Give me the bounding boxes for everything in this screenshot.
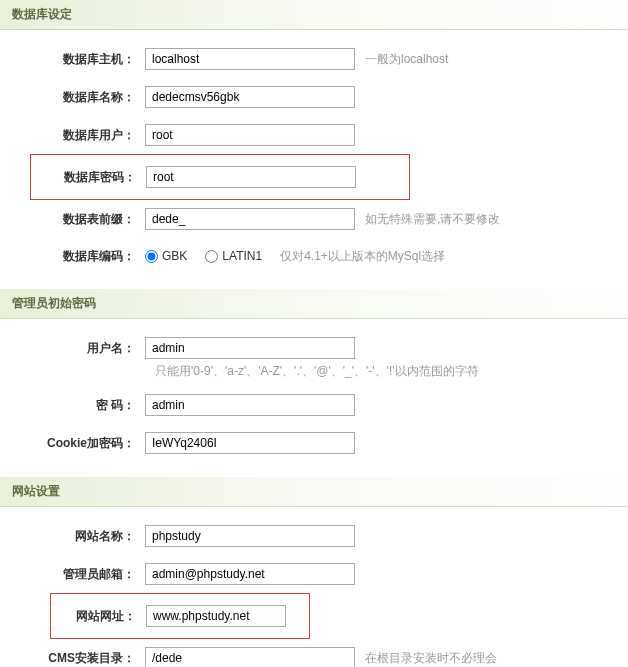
section-body-database: 数据库主机： 一般为localhost 数据库名称： 数据库用户： 数据库密码：… [0, 30, 628, 289]
row-db-user: 数据库用户： [0, 116, 628, 154]
section-title: 数据库设定 [12, 7, 72, 21]
label-admin-username: 用户名： [0, 340, 145, 357]
highlight-site-url-wrapper: 网站网址： [0, 593, 628, 639]
radio-group-encoding: GBK LATIN1 仅对4.1+以上版本的MySql选择 [145, 248, 445, 265]
radio-latin1[interactable] [205, 250, 218, 263]
radio-text-latin1: LATIN1 [222, 249, 262, 263]
input-db-user[interactable] [145, 124, 355, 146]
input-site-name[interactable] [145, 525, 355, 547]
label-admin-cookie: Cookie加密码： [0, 435, 145, 452]
label-db-host: 数据库主机： [0, 51, 145, 68]
label-site-url: 网站网址： [51, 608, 146, 625]
section-header-admin: 管理员初始密码 [0, 289, 628, 319]
label-site-name: 网站名称： [0, 528, 145, 545]
row-db-host: 数据库主机： 一般为localhost [0, 40, 628, 78]
row-db-name: 数据库名称： [0, 78, 628, 116]
input-db-prefix[interactable] [145, 208, 355, 230]
radio-text-gbk: GBK [162, 249, 187, 263]
hint-db-encoding: 仅对4.1+以上版本的MySql选择 [280, 248, 445, 265]
hint-db-host: 一般为localhost [365, 51, 448, 68]
label-db-password: 数据库密码： [31, 169, 146, 186]
radio-label-gbk[interactable]: GBK [145, 249, 187, 263]
row-admin-cookie: Cookie加密码： [0, 424, 628, 462]
section-header-database: 数据库设定 [0, 0, 628, 30]
label-site-install: CMS安装目录： [0, 650, 145, 667]
input-db-host[interactable] [145, 48, 355, 70]
row-db-prefix: 数据表前缀： 如无特殊需要,请不要修改 [0, 200, 628, 238]
section-title: 管理员初始密码 [12, 296, 96, 310]
label-db-user: 数据库用户： [0, 127, 145, 144]
row-site-name: 网站名称： [0, 517, 628, 555]
row-site-url: 网站网址： [51, 598, 309, 634]
section-header-site: 网站设置 [0, 477, 628, 507]
input-site-url[interactable] [146, 605, 286, 627]
label-db-name: 数据库名称： [0, 89, 145, 106]
hint-site-install: 在根目录安装时不必理会 [365, 650, 497, 667]
input-db-name[interactable] [145, 86, 355, 108]
row-site-install: CMS安装目录： 在根目录安装时不必理会 [0, 639, 628, 667]
section-body-admin: 用户名： 只能用'0-9'、'a-z'、'A-Z'、'.'、'@'、'_'、'-… [0, 319, 628, 477]
row-admin-password: 密 码： [0, 386, 628, 424]
hint-db-prefix: 如无特殊需要,请不要修改 [365, 211, 500, 228]
row-db-encoding: 数据库编码： GBK LATIN1 仅对4.1+以上版本的MySql选择 [0, 238, 628, 274]
label-db-encoding: 数据库编码： [0, 248, 145, 265]
radio-gbk[interactable] [145, 250, 158, 263]
input-admin-password[interactable] [145, 394, 355, 416]
row-db-password: 数据库密码： [31, 159, 409, 195]
section-body-site: 网站名称： 管理员邮箱： 网站网址： CMS安装目录： 在根目录安装时不必理会 [0, 507, 628, 667]
label-admin-password: 密 码： [0, 397, 145, 414]
hint-admin-username: 只能用'0-9'、'a-z'、'A-Z'、'.'、'@'、'_'、'-'、'!'… [145, 363, 628, 380]
input-db-password[interactable] [146, 166, 356, 188]
highlight-db-password: 数据库密码： [30, 154, 410, 200]
input-admin-cookie[interactable] [145, 432, 355, 454]
row-site-email: 管理员邮箱： [0, 555, 628, 593]
highlight-site-url: 网站网址： [50, 593, 310, 639]
row-admin-username: 用户名： [0, 329, 628, 367]
radio-label-latin1[interactable]: LATIN1 [205, 249, 262, 263]
section-title: 网站设置 [12, 484, 60, 498]
input-site-email[interactable] [145, 563, 355, 585]
input-admin-username[interactable] [145, 337, 355, 359]
label-site-email: 管理员邮箱： [0, 566, 145, 583]
input-site-install[interactable] [145, 647, 355, 667]
label-db-prefix: 数据表前缀： [0, 211, 145, 228]
